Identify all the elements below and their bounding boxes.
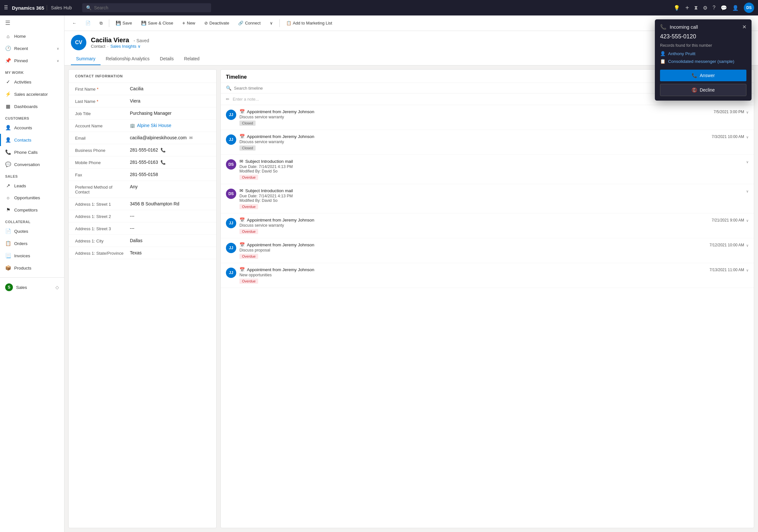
sidebar-item-invoices[interactable]: 📃 Invoices: [0, 250, 64, 262]
timeline-item: JJ 📅 Appointment from Jeremy Johnson Dis…: [221, 130, 754, 155]
tab-details[interactable]: Details: [155, 53, 179, 65]
save-close-button[interactable]: 💾 Save & Close: [137, 19, 177, 27]
sidebar-item-phone-calls[interactable]: 📞 Phone Calls: [0, 146, 64, 158]
sidebar-item-dashboards[interactable]: ▦ Dashboards: [0, 100, 64, 113]
sidebar-item-products[interactable]: 📦 Products: [0, 262, 64, 274]
sidebar-item-accounts[interactable]: 👤 Accounts: [0, 122, 64, 134]
sidebar-item-label: Products: [14, 266, 31, 270]
sidebar-item-conversation[interactable]: 💬 Conversation: [0, 158, 64, 170]
search-bar[interactable]: 🔍: [82, 3, 211, 12]
account-link[interactable]: 🏢 Alpine Ski House: [130, 123, 171, 128]
help-icon[interactable]: ?: [712, 5, 715, 11]
chevron-down-icon[interactable]: ∨: [746, 243, 749, 248]
record-link-anthony[interactable]: 👤 Anthony Pruitt: [655, 50, 751, 57]
save-button[interactable]: 💾 Save: [112, 19, 136, 27]
back-button[interactable]: ←: [68, 19, 80, 27]
copy-button[interactable]: ⧉: [96, 19, 106, 28]
chevron-down-icon[interactable]: ∨: [746, 189, 749, 194]
tab-summary[interactable]: Summary: [71, 53, 101, 65]
status-badge: Overdue: [239, 204, 258, 209]
timeline-item: DS ✉ Subject Introduction mail Due Date:…: [221, 184, 754, 213]
contact-info-header: CONTACT INFORMATION: [69, 70, 216, 83]
sidebar-item-pinned[interactable]: 📌 Pinned ∨: [0, 54, 64, 67]
tl-title: 📅 Appointment from Jeremy Johnson: [239, 134, 708, 139]
field-label: Email: [75, 135, 127, 141]
chevron-down-icon: ∨: [270, 20, 273, 25]
avatar: JJ: [226, 218, 236, 228]
field-job-title: Job Title Purchasing Manager: [69, 107, 216, 120]
field-value: Any: [130, 184, 210, 189]
grid-icon[interactable]: ⠿: [4, 4, 8, 11]
email-icon: ✉: [239, 188, 243, 193]
sidebar-item-opportunities[interactable]: ○ Opportunities: [0, 192, 64, 204]
field-address-street-2: Address 1: Street 2 ---: [69, 210, 216, 223]
sidebar-collapse-button[interactable]: ☰: [0, 16, 64, 30]
sidebar-section-my-work: My Work: [0, 67, 64, 76]
popup-actions: 📞 Answer 📵 Decline: [655, 65, 751, 101]
save-close-label: Save & Close: [148, 20, 173, 25]
connect-button[interactable]: 🔗 Connect: [234, 19, 264, 27]
answer-button[interactable]: 📞 Answer: [660, 70, 746, 81]
person-icon[interactable]: 👤: [732, 5, 739, 11]
sidebar-item-competitors[interactable]: ⚑ Competitors: [0, 204, 64, 216]
sidebar-item-sales-accelerator[interactable]: ⚡ Sales accelerator: [0, 88, 64, 100]
chevron-down-icon[interactable]: ∨: [746, 268, 749, 272]
settings-icon[interactable]: ⚙: [703, 5, 707, 11]
new-button[interactable]: + New: [178, 18, 199, 28]
records-label: Records found for this number: [655, 42, 751, 50]
status-badge: Closed: [239, 145, 256, 151]
deactivate-button[interactable]: ⊘ Deactivate: [200, 19, 233, 27]
phone-icon[interactable]: 📞: [160, 148, 166, 153]
field-value: 3456 B Southampton Rd: [130, 201, 210, 206]
field-label: Address 1: Street 3: [75, 226, 127, 231]
sales-insights-chevron: ∨: [138, 44, 141, 49]
sales-insights-link[interactable]: Sales Insights ∨: [110, 44, 141, 49]
sidebar-item-label: Sales: [16, 285, 27, 290]
required-star: *: [97, 87, 99, 91]
status-badge: Closed: [239, 121, 256, 126]
content-area: CONTACT INFORMATION First Name* Cacilia …: [64, 65, 758, 532]
sidebar-item-label: Quotes: [14, 229, 28, 234]
email-icon[interactable]: ✉: [189, 135, 193, 140]
search-input[interactable]: [94, 5, 207, 10]
sidebar-item-activities[interactable]: ✓ Activities: [0, 76, 64, 88]
record-name: Cacilia Viera: [91, 36, 129, 44]
close-icon[interactable]: ✕: [742, 24, 746, 30]
sales-bottom-icon: S: [5, 283, 13, 291]
sidebar-item-orders[interactable]: 📋 Orders: [0, 237, 64, 250]
sidebar-item-quotes[interactable]: 📄 Quotes: [0, 225, 64, 237]
chevron-down-icon[interactable]: ∨: [746, 160, 749, 164]
chevron-down-icon[interactable]: ∨: [746, 110, 749, 115]
sidebar-item-leads[interactable]: ↗ Leads: [0, 180, 64, 192]
tab-relationship[interactable]: Relationship Analytics: [101, 53, 155, 65]
filter-icon[interactable]: ⧗: [694, 5, 698, 11]
decline-button[interactable]: 📵 Decline: [660, 84, 746, 96]
timeline-item: JJ 📅 Appointment from Jeremy Johnson New…: [221, 263, 754, 288]
add-marketing-button[interactable]: 📋 Add to Marketing List: [282, 19, 336, 27]
tab-related[interactable]: Related: [179, 53, 205, 65]
more-button[interactable]: ∨: [266, 19, 277, 27]
sidebar-item-recent[interactable]: 🕐 Recent ∨: [0, 42, 64, 54]
timeline-items: JJ 📅 Appointment from Jeremy Johnson Dis…: [221, 105, 754, 528]
add-icon[interactable]: +: [685, 4, 689, 12]
mobile-phone-icon[interactable]: 📞: [160, 160, 166, 165]
sidebar-item-sales-bottom[interactable]: S Sales ◇: [0, 280, 64, 294]
chat-icon[interactable]: 💬: [721, 5, 727, 11]
note-placeholder: Enter a note...: [233, 97, 259, 102]
chevron-down-icon: ∨: [57, 47, 59, 50]
lightbulb-icon[interactable]: 💡: [673, 5, 680, 11]
tl-subtitle: Due Date: 7/14/2021 4:13 PM: [239, 164, 743, 169]
tl-subtitle: Discuss proposal: [239, 248, 706, 252]
page-view-button[interactable]: 📄: [82, 19, 94, 27]
tl-subtitle: Discuss service warranty: [239, 223, 708, 228]
record-saved-status: - Saved: [134, 38, 149, 43]
user-avatar[interactable]: DS: [744, 3, 754, 13]
chevron-down-icon[interactable]: ∨: [746, 135, 749, 139]
app-layout: ☰ ⌂ Home 🕐 Recent ∨ 📌 Pinned ∨ My Work ✓…: [0, 16, 758, 532]
timeline-item: DS ✉ Subject Introduction mail Due Date:…: [221, 155, 754, 184]
sidebar-item-home[interactable]: ⌂ Home: [0, 30, 64, 42]
chevron-down-icon[interactable]: ∨: [746, 219, 749, 223]
record-link-consolidated[interactable]: 📋 Consolidated messenger (sample): [655, 57, 751, 65]
sidebar-item-contacts[interactable]: 👤 Contacts: [0, 134, 64, 146]
products-icon: 📦: [5, 265, 11, 271]
